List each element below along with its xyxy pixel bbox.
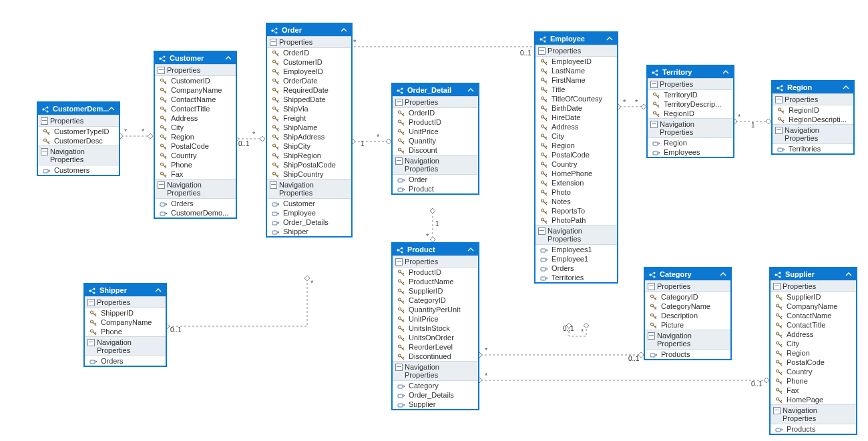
navprop-row[interactable]: Customer [267, 199, 351, 208]
section-navprops[interactable]: Navigation Properties [648, 118, 733, 138]
property-row[interactable]: Phone [155, 160, 236, 169]
property-row[interactable]: ReportsTo [535, 206, 617, 215]
section-properties[interactable]: Properties [648, 78, 733, 90]
property-row[interactable]: PhotoPath [535, 215, 617, 225]
toggle-icon[interactable] [158, 67, 165, 74]
toggle-icon[interactable] [158, 181, 165, 189]
property-row[interactable]: RequiredDate [267, 85, 351, 95]
toggle-icon[interactable] [395, 157, 403, 165]
property-row[interactable]: CustomerID [155, 76, 236, 85]
property-row[interactable]: HomePage [771, 395, 856, 404]
entity-header[interactable]: Shipper [85, 284, 166, 296]
property-row[interactable]: City [155, 123, 236, 132]
property-row[interactable]: BirthDate [535, 103, 617, 113]
entity-header[interactable]: Customer [155, 52, 236, 64]
property-row[interactable]: SupplierID [771, 292, 856, 302]
entity-orderdetail[interactable]: Order_Detail PropertiesOrderIDProductIDU… [391, 83, 479, 195]
section-properties[interactable]: Properties [38, 115, 119, 127]
property-row[interactable]: RegionID [648, 109, 733, 118]
property-row[interactable]: CustomerDesc [38, 136, 119, 145]
property-row[interactable]: TerritoryDescrip... [648, 99, 733, 109]
property-row[interactable]: Photo [535, 187, 617, 197]
collapse-icon[interactable] [722, 69, 729, 75]
property-row[interactable]: ShipperID [85, 308, 166, 318]
property-row[interactable]: Discount [393, 145, 478, 155]
property-row[interactable]: City [771, 339, 856, 348]
property-row[interactable]: Region [155, 132, 236, 141]
entity-header[interactable]: Order_Detail [393, 84, 478, 96]
toggle-icon[interactable] [648, 332, 655, 340]
toggle-icon[interactable] [538, 47, 546, 55]
navprop-row[interactable]: Order [393, 175, 478, 184]
property-row[interactable]: EmployeeID [267, 67, 351, 76]
property-row[interactable]: CategoryName [645, 302, 730, 311]
property-row[interactable]: ContactTitle [771, 320, 856, 330]
entity-customer[interactable]: Customer PropertiesCustomerIDCompanyName… [154, 51, 237, 219]
toggle-icon[interactable] [87, 299, 95, 306]
property-row[interactable]: ShipPostalCode [267, 160, 351, 169]
property-row[interactable]: CustomerTypeID [38, 127, 119, 136]
entity-employee[interactable]: Employee PropertiesEmployeeIDLastNameFir… [534, 31, 618, 284]
toggle-icon[interactable] [87, 339, 95, 346]
navprop-row[interactable]: Category [393, 381, 478, 390]
property-row[interactable]: Country [155, 151, 236, 160]
entity-header[interactable]: Order [267, 24, 351, 36]
property-row[interactable]: Freight [267, 113, 351, 123]
property-row[interactable]: City [535, 131, 617, 141]
entity-header[interactable]: CustomerDem... [38, 103, 119, 115]
section-properties[interactable]: Properties [85, 296, 166, 308]
property-row[interactable]: ShipRegion [267, 151, 351, 160]
property-row[interactable]: UnitPrice [393, 127, 478, 136]
property-row[interactable]: OrderID [393, 108, 478, 117]
navprop-row[interactable]: CustomerDemo... [155, 208, 236, 217]
navprop-row[interactable]: Product [393, 184, 478, 193]
navprop-row[interactable]: Territories [773, 144, 853, 153]
navprop-row[interactable]: Employee1 [535, 254, 617, 264]
toggle-icon[interactable] [648, 283, 655, 290]
toggle-icon[interactable] [395, 364, 403, 371]
collapse-icon[interactable] [341, 27, 347, 33]
property-row[interactable]: Phone [771, 376, 856, 386]
navprop-row[interactable]: Territories [535, 273, 617, 282]
entity-region[interactable]: Region PropertiesRegionIDRegionDescripti… [771, 80, 855, 155]
navprop-row[interactable]: Region [648, 138, 733, 147]
collapse-icon[interactable] [843, 84, 849, 91]
property-row[interactable]: Picture [645, 320, 730, 330]
section-properties[interactable]: Properties [393, 96, 478, 108]
section-navprops[interactable]: Navigation Properties [267, 179, 351, 199]
property-row[interactable]: SupplierID [393, 286, 478, 296]
entity-product[interactable]: Product PropertiesProductIDProductNameSu… [391, 242, 479, 410]
section-navprops[interactable]: Navigation Properties [645, 330, 730, 350]
section-navprops[interactable]: Navigation Properties [85, 336, 166, 356]
property-row[interactable]: Discontinued [393, 352, 478, 361]
toggle-icon[interactable] [270, 39, 277, 46]
property-row[interactable]: UnitsOnOrder [393, 333, 478, 342]
property-row[interactable]: RegionID [773, 105, 853, 115]
navprop-row[interactable]: Employees1 [535, 245, 617, 254]
toggle-icon[interactable] [395, 99, 403, 106]
toggle-icon[interactable] [775, 96, 783, 103]
property-row[interactable]: ShipCountry [267, 169, 351, 179]
property-row[interactable]: CompanyName [85, 318, 166, 327]
property-row[interactable]: Phone [85, 327, 166, 336]
toggle-icon[interactable] [270, 181, 277, 189]
entity-territory[interactable]: Territory PropertiesTerritoryIDTerritory… [646, 65, 734, 158]
property-row[interactable]: Quantity [393, 136, 478, 145]
property-row[interactable]: FirstName [535, 75, 617, 85]
property-row[interactable]: Address [155, 113, 236, 123]
property-row[interactable]: ReorderLevel [393, 342, 478, 352]
property-row[interactable]: ShipAddress [267, 132, 351, 141]
property-row[interactable]: CompanyName [155, 85, 236, 95]
property-row[interactable]: ShipCity [267, 141, 351, 151]
property-row[interactable]: ProductName [393, 277, 478, 286]
entity-supplier[interactable]: Supplier PropertiesSupplierIDCompanyName… [769, 267, 857, 435]
section-navprops[interactable]: Navigation Properties [773, 124, 853, 144]
entity-customerdem[interactable]: CustomerDem... PropertiesCustomerTypeIDC… [37, 101, 120, 176]
section-properties[interactable]: Properties [393, 256, 478, 268]
property-row[interactable]: HireDate [535, 113, 617, 122]
section-navprops[interactable]: Navigation Properties [393, 155, 478, 175]
collapse-icon[interactable] [225, 55, 232, 61]
toggle-icon[interactable] [773, 407, 781, 414]
property-row[interactable]: Region [535, 141, 617, 150]
property-row[interactable]: Country [771, 367, 856, 376]
